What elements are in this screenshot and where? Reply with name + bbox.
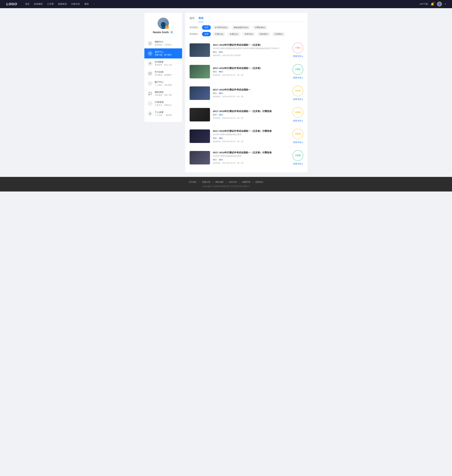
exam-score-6: 得分：25分 <box>213 158 290 161</box>
exam-time-2: 考试时间：2019–05–03 10：09：09 <box>213 74 290 76</box>
exam-desc-6: 2018年行测考试是最值得多去研究 <box>213 155 290 157</box>
sidebar-item-orders[interactable]: 📄 订单管理 订单支出、明明白白 <box>144 99 182 109</box>
orders-icon: 📄 <box>147 101 153 106</box>
sidebar-item-title-messages: 我的消息 <box>155 91 172 94</box>
footer-link-招贤纳士[interactable]: 招贤纳士 <box>253 181 266 184</box>
nav-right: APP下载 🔔 👤 ▾ <box>420 2 446 7</box>
nav-link-新闻资讯[interactable]: 新闻资讯 <box>58 3 67 6</box>
filter-status-未通过(2)[interactable]: 未通过(2) <box>227 32 241 36</box>
sidebar-user-name: Natalie Smith 图 <box>153 31 173 34</box>
sidebar-item-sub-settings: 个人信息、一键管理 <box>155 114 172 116</box>
notification-dot <box>433 2 435 3</box>
avatar-wrap: 🏅 <box>158 18 169 29</box>
nav-link-问答社区[interactable]: 问答社区 <box>71 3 80 6</box>
sidebar-item-title-qa: 学习问答 <box>155 71 172 74</box>
sidebar-item-sub-qa: 课后重温、疑难解答 <box>155 74 172 76</box>
view-detail-btn-6[interactable]: 查看详情❯ <box>293 163 303 165</box>
user-level-badge: 图 <box>170 31 173 34</box>
exam-time-5: 考试时间：2019–05–03 10：09：09 <box>213 140 290 143</box>
app-download-button[interactable]: APP下载 <box>420 3 428 6</box>
arrow-right-icon-6: ❯ <box>301 163 303 165</box>
user-avatar[interactable]: 👤 <box>437 2 442 7</box>
nav-link-发现课程[interactable]: 发现课程 <box>34 3 43 6</box>
view-detail-btn-3[interactable]: 查看详情❯ <box>293 98 303 101</box>
filter-type-随机抽题考试(5)[interactable]: 随机抽题考试(5) <box>231 25 251 30</box>
messages-icon: 💭 <box>147 91 153 96</box>
arrow-right-icon-3: ❯ <box>301 98 303 100</box>
filter-status-已批阅(2)[interactable]: 已批阅(2) <box>272 32 285 36</box>
footer-link-合作伙伴[interactable]: 合作伙伴 <box>226 181 239 184</box>
footer-link-关于我们[interactable]: 关于我们 <box>186 181 199 184</box>
sidebar-item-title-certificates: 证书荣誉 <box>155 61 172 63</box>
sidebar-item-qa[interactable]: 💬 学习问答 课后重温、疑难解答 <box>144 68 182 79</box>
sidebar-item-course-center[interactable]: 📋 课程中心 精彩课程，不容错过 <box>144 38 182 48</box>
footer-copyright: Copyright© 云朵商学院 版权所有 京ICP备17051340号–1 <box>6 185 446 188</box>
sidebar-item-title-question-bank: 题库中心 <box>155 51 172 54</box>
exam-score-4: 得分：25分 <box>213 113 290 116</box>
footer-link-免费声明[interactable]: 免费声明 <box>239 181 253 184</box>
nav-link-公开课[interactable]: 公开课 <box>47 3 54 6</box>
nav-link-题库[interactable]: 题库 <box>84 3 89 6</box>
sidebar-item-account[interactable]: ♡ 账户中心 个人权益、实时掌握 <box>144 79 182 88</box>
filter-status-全部[interactable]: 全部 <box>202 32 211 36</box>
tab-题库[interactable]: 题库 <box>190 17 195 22</box>
sidebar-item-settings[interactable]: ⚙ 个人设置 个人信息、一键管理 <box>144 109 182 119</box>
view-detail-btn-5[interactable]: 查看详情❯ <box>293 141 303 144</box>
sidebar-item-sub-question-bank: 海量习题，助力通关 <box>155 54 172 56</box>
content-area: 题库考试 考试类型： 全部证书类考试(4)随机抽题考试(5)付费批卷(6) 考试… <box>185 13 308 172</box>
exam-score-1: 得分：25分 <box>213 51 290 54</box>
exam-item-5: 2017–2018年行测证件考试全国统一（北京卷）付费批卷 2018年行测考试是… <box>190 126 303 147</box>
view-detail-btn-4[interactable]: 查看详情❯ <box>293 119 303 122</box>
nav-logo[interactable]: LOGO <box>6 2 19 6</box>
exam-time-6: 考试时间：2019–05–03 10：09：09 <box>213 162 290 164</box>
exam-thumb-6 <box>190 151 210 164</box>
sidebar-item-sub-course-center: 精彩课程，不容错过 <box>155 43 172 46</box>
filter-type-证书类考试(4)[interactable]: 证书类考试(4) <box>212 25 230 30</box>
exam-score-5: 得分：99分 <box>213 137 290 140</box>
footer-link-加盟代理[interactable]: 加盟代理 <box>199 181 213 184</box>
exam-item-2: 2017–2018年行测证件考试全国统一（北京卷） 得分：99分 考试时间：20… <box>190 61 303 82</box>
exam-info-3: 2017–2018年行测证件考试全国统一 得分：99分 考试时间：2019–05… <box>213 88 290 98</box>
exam-thumb-5 <box>190 129 210 143</box>
sidebar-item-question-bank[interactable]: ☰ 题库中心 海量习题，助力通关 <box>144 48 182 58</box>
sidebar: 🏅 Natalie Smith 图 📋 课程中心 精彩课程，不容错过 ☰ 题库中… <box>144 13 182 122</box>
filter-status-已通过(2)[interactable]: 已通过(2) <box>212 32 226 36</box>
sidebar-item-messages[interactable]: 💭 我的消息 消息通知、及时了解 <box>144 88 182 99</box>
account-icon: ♡ <box>147 81 153 86</box>
user-name-text: Natalie Smith <box>153 31 169 34</box>
filter-type-label: 考试类型： <box>190 26 200 29</box>
exam-action-1: 未通过 查看详情❯ <box>292 43 303 58</box>
nav-link-···[interactable]: ··· <box>93 3 95 6</box>
exam-desc-5: 2018年行测考试是最值得多去研究 <box>213 133 290 136</box>
exam-time-1: 考试时间：2019–05–03 10:09:09 <box>213 54 290 57</box>
footer-link-网站地图[interactable]: 网站地图 <box>213 181 226 184</box>
exam-score-2: 得分：99分 <box>213 70 290 73</box>
filter-type-付费批卷(6)[interactable]: 付费批卷(6) <box>252 25 268 30</box>
exam-action-3: 待考试 查看详情❯ <box>292 86 303 101</box>
exam-item-3: 2017–2018年行测证件考试全国统一 得分：99分 考试时间：2019–05… <box>190 82 303 104</box>
user-menu-chevron-icon[interactable]: ▾ <box>445 3 446 5</box>
view-detail-btn-2[interactable]: 查看详情❯ <box>293 76 303 79</box>
exam-item-1: 2017–2018年行测证件考试全国统一（北京卷） 2018年行测考试是最值得多… <box>190 40 303 61</box>
tab-考试[interactable]: 考试 <box>198 17 203 22</box>
filter-status-待考试(2)[interactable]: 待考试(2) <box>242 32 255 36</box>
exam-score-3: 得分：99分 <box>213 92 290 95</box>
view-detail-btn-1[interactable]: 查看详情❯ <box>293 55 303 58</box>
arrow-right-icon-1: ❯ <box>301 55 303 57</box>
filter-status-label: 考试状态： <box>190 33 200 35</box>
exam-stamp-5: 待批阅 <box>292 129 303 139</box>
exam-title-2: 2017–2018年行测证件考试全国统一（北京卷） <box>213 67 290 70</box>
exam-thumb-2 <box>190 65 210 78</box>
exam-info-1: 2017–2018年行测证件考试全国统一（北京卷） 2018年行测考试是最值得多… <box>213 43 290 57</box>
question-bank-icon: ☰ <box>147 51 153 56</box>
sidebar-profile: 🏅 Natalie Smith 图 <box>144 13 182 37</box>
nav-link-首页[interactable]: 首页 <box>25 3 29 6</box>
sidebar-item-certificates[interactable]: ⚙ 证书荣誉 收获荣誉，持证上岗 <box>144 58 182 68</box>
filter-type-row: 考试类型： 全部证书类考试(4)随机抽题考试(5)付费批卷(6) <box>190 25 303 30</box>
notification-bell[interactable]: 🔔 <box>431 2 434 6</box>
exam-info-6: 2017–2018年行测证件考试全国统一（北京卷）付费批卷 2018年行测考试是… <box>213 151 290 164</box>
filter-type-全部[interactable]: 全部 <box>202 25 211 30</box>
exam-action-4: 待批阅 查看详情❯ <box>292 107 303 122</box>
filter-status-待批阅(2)[interactable]: 待批阅(2) <box>257 32 270 36</box>
exam-time-3: 考试时间：2019–05–03 10：09：09 <box>213 95 290 98</box>
